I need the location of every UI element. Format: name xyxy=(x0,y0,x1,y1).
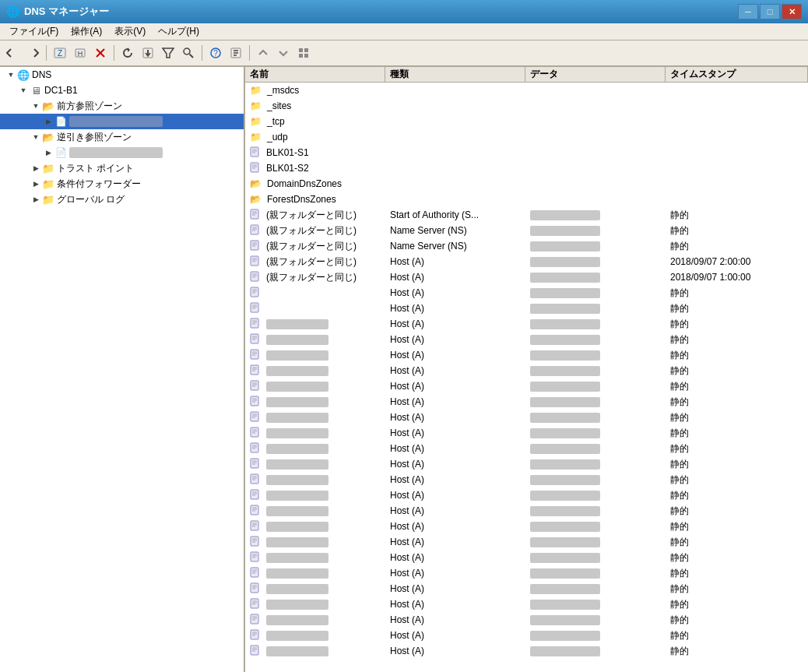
up-button[interactable] xyxy=(254,44,272,62)
close-button[interactable]: ✕ xyxy=(782,4,802,19)
tree-item-dns[interactable]: ▼ 🌐 DNS xyxy=(0,67,244,83)
list-row[interactable]: BLK01-S2 xyxy=(245,160,808,176)
header-name[interactable]: 名前 xyxy=(245,67,385,82)
cell-name-text: ████████████ xyxy=(266,444,328,454)
list-row[interactable]: (親フォルダーと同じ)Name Server (NS)████████静的 xyxy=(245,223,808,238)
list-row[interactable]: (親フォルダーと同じ)Start of Authority (S...█████… xyxy=(245,207,808,223)
list-cell-timestamp xyxy=(666,129,808,145)
tree-expand-dns[interactable]: ▼ xyxy=(5,69,17,81)
list-row[interactable]: BLK01-S1 xyxy=(245,145,808,160)
list-row[interactable]: ████████████Host (A)████████静的 xyxy=(245,410,808,425)
list-row[interactable]: ████████████Host (A)████████静的 xyxy=(245,425,808,441)
list-row[interactable]: ████████████Host (A)████████静的 xyxy=(245,472,808,487)
header-type[interactable]: 種類 xyxy=(385,67,525,82)
menu-help[interactable]: ヘルプ(H) xyxy=(152,23,206,40)
list-row[interactable]: ████████████Host (A)████████静的 xyxy=(245,456,808,472)
zone-icon-2: 📄 xyxy=(54,146,67,159)
list-row[interactable]: ████████████Host (A)████████静的 xyxy=(245,628,808,643)
list-cell-data xyxy=(525,145,666,160)
list-row[interactable]: (親フォルダーと同じ)Name Server (NS)████████静的 xyxy=(245,238,808,254)
cell-name-text: ████████████ xyxy=(266,646,328,656)
list-row[interactable]: ████████████Host (A)████████静的 xyxy=(245,643,808,659)
list-row[interactable]: ████████████Host (A)████████静的 xyxy=(245,519,808,534)
filter-button[interactable] xyxy=(159,44,177,62)
list-row[interactable]: 📁_tcp xyxy=(245,114,808,129)
list-row[interactable]: 📂DomainDnsZones xyxy=(245,176,808,192)
list-row[interactable]: Host (A)████████静的 xyxy=(245,285,808,301)
tree-item-zone1[interactable]: ▶ 📄 xyxy=(0,114,244,129)
tree-item-reverse[interactable]: ▼ 📂 逆引き参照ゾーン xyxy=(0,129,244,145)
list-row[interactable]: (親フォルダーと同じ)Host (A)████████2018/09/07 2:… xyxy=(245,254,808,269)
list-row[interactable]: Host (A)████████静的 xyxy=(245,301,808,316)
tree-item-forward[interactable]: ▼ 📂 前方参照ゾーン xyxy=(0,98,244,114)
menu-view[interactable]: 表示(V) xyxy=(108,23,152,40)
down-button[interactable] xyxy=(274,44,293,62)
list-row[interactable]: 📁_msdcs xyxy=(245,83,808,98)
help-button[interactable]: ? xyxy=(206,44,225,62)
list-row[interactable]: ████████████Host (A)████████静的 xyxy=(245,394,808,410)
tree-expand-reverse[interactable]: ▼ xyxy=(30,131,42,143)
list-row[interactable]: ████████████Host (A)████████静的 xyxy=(245,363,808,378)
svg-rect-37 xyxy=(251,241,258,250)
tree-expand-trust[interactable]: ▶ xyxy=(30,162,42,174)
refresh-button[interactable] xyxy=(118,44,137,62)
list-row[interactable]: ████████████Host (A)████████静的 xyxy=(245,612,808,628)
tree-item-dc1b1[interactable]: ▼ 🖥 DC1-B1 xyxy=(0,83,244,98)
list-row[interactable]: ████████████Host (A)████████静的 xyxy=(245,565,808,581)
tree-item-zone2[interactable]: ▶ 📄 xyxy=(0,145,244,160)
list-row[interactable]: (親フォルダーと同じ)Host (A)████████2018/09/07 1:… xyxy=(245,269,808,285)
list-row[interactable]: ████████████Host (A)████████静的 xyxy=(245,534,808,550)
export-button[interactable] xyxy=(139,44,157,62)
list-row[interactable]: 📁_udp xyxy=(245,129,808,145)
list-row[interactable]: ████████████Host (A)████████静的 xyxy=(245,332,808,347)
list-row[interactable]: ████████████Host (A)████████静的 xyxy=(245,316,808,332)
tree-item-trust[interactable]: ▶ 📁 トラスト ポイント xyxy=(0,160,244,176)
list-row[interactable]: ████████████Host (A)████████静的 xyxy=(245,487,808,503)
menu-file[interactable]: ファイル(F) xyxy=(3,23,65,40)
maximize-button[interactable]: □ xyxy=(760,4,780,19)
record-icon xyxy=(250,645,261,658)
header-data[interactable]: データ xyxy=(525,67,666,82)
tree-expand-forwarder[interactable]: ▶ xyxy=(30,178,42,190)
forward-button[interactable] xyxy=(23,44,42,62)
app-icon: 🌐 xyxy=(6,5,19,18)
tree-expand-forward[interactable]: ▼ xyxy=(30,100,42,112)
tree-expand-globallog[interactable]: ▶ xyxy=(30,193,42,206)
layout-button[interactable] xyxy=(294,44,313,62)
list-cell-type: Host (A) xyxy=(385,332,525,347)
properties-button[interactable] xyxy=(227,44,245,62)
list-row[interactable]: ████████████Host (A)████████静的 xyxy=(245,441,808,456)
list-cell-data: ████████ xyxy=(525,441,666,456)
new-host-button[interactable]: H xyxy=(71,44,90,62)
folder-icon-globallog: 📁 xyxy=(42,193,54,206)
record-icon: 📁 xyxy=(250,116,262,127)
tree-expand-dc1b1[interactable]: ▼ xyxy=(17,84,30,97)
list-row[interactable]: 📁_sites xyxy=(245,98,808,114)
menu-action[interactable]: 操作(A) xyxy=(65,23,108,40)
tree-expand-zone2[interactable]: ▶ xyxy=(42,146,54,159)
record-icon xyxy=(250,349,261,362)
minimize-button[interactable]: ─ xyxy=(738,4,758,19)
list-cell-data: ████████ xyxy=(525,238,666,254)
list-row[interactable]: ████████████Host (A)████████静的 xyxy=(245,550,808,565)
list-row[interactable]: ████████████Host (A)████████静的 xyxy=(245,596,808,612)
delete-button[interactable] xyxy=(91,44,110,62)
list-cell-name: 📁_udp xyxy=(245,129,385,145)
list-cell-timestamp: 静的 xyxy=(666,285,808,301)
back-button[interactable] xyxy=(3,44,22,62)
list-row[interactable]: 📂ForestDnsZones xyxy=(245,192,808,207)
search-button[interactable] xyxy=(179,44,198,62)
list-row[interactable]: ████████████Host (A)████████静的 xyxy=(245,378,808,394)
list-cell-name: (親フォルダーと同じ) xyxy=(245,238,385,254)
tree-item-globallog[interactable]: ▶ 📁 グローバル ログ xyxy=(0,192,244,207)
list-row[interactable]: ████████████Host (A)████████静的 xyxy=(245,503,808,519)
header-timestamp[interactable]: タイムスタンプ xyxy=(666,67,808,82)
new-zone-button[interactable]: Z xyxy=(51,44,69,62)
tree-item-forwarder[interactable]: ▶ 📁 条件付フォワーダー xyxy=(0,176,244,192)
list-row[interactable]: ████████████Host (A)████████静的 xyxy=(245,581,808,596)
tree-expand-zone1[interactable]: ▶ xyxy=(42,115,54,128)
folder-icon-forwarder: 📁 xyxy=(42,178,54,190)
svg-rect-109 xyxy=(251,521,258,530)
list-row[interactable]: ████████████Host (A)████████静的 xyxy=(245,347,808,363)
list-cell-data: ████████ xyxy=(525,410,666,425)
